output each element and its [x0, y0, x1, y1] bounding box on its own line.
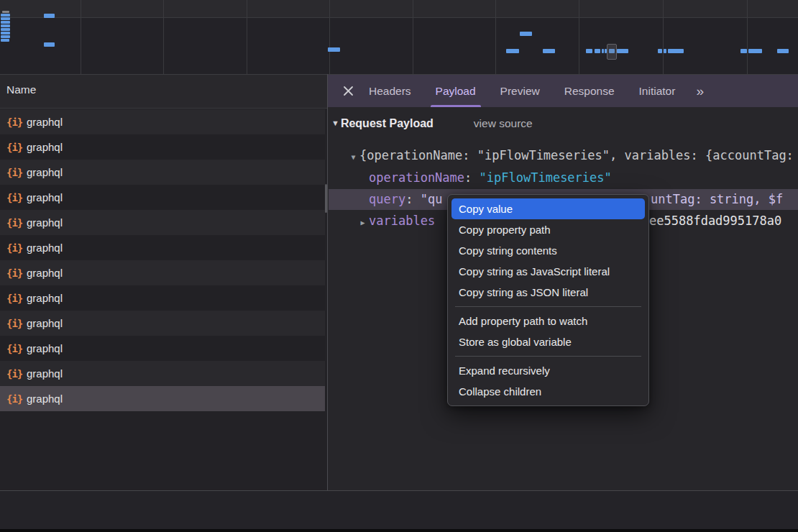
name-column-header[interactable]: Name	[0, 75, 327, 109]
menu-separator	[455, 306, 641, 307]
request-row[interactable]: {i}graphql	[0, 260, 325, 285]
request-row[interactable]: {i}graphql	[0, 285, 325, 311]
object-collapse-icon[interactable]: ▼	[347, 147, 359, 166]
close-icon[interactable]	[341, 84, 355, 98]
menu-item-copy-property-path[interactable]: Copy property path	[451, 219, 645, 240]
section-title: Request Payload	[341, 117, 434, 129]
name-column-label: Name	[6, 83, 36, 96]
tab-label: Payload	[436, 85, 476, 98]
request-rows: {i}graphql{i}graphql{i}graphql{i}graphql…	[0, 109, 325, 411]
menu-item-copy-string-contents[interactable]: Copy string contents	[451, 240, 645, 261]
waterfall-bar	[506, 49, 519, 53]
request-row[interactable]: {i}graphql	[0, 336, 325, 361]
waterfall-bar	[777, 49, 789, 53]
waterfall-bar	[44, 14, 55, 18]
waterfall-bar	[1, 24, 10, 27]
tab-payload[interactable]: Payload	[425, 75, 487, 107]
request-name: graphql	[27, 242, 63, 254]
menu-item-copy-string-as-json-literal[interactable]: Copy string as JSON literal	[451, 282, 645, 303]
request-name: graphql	[27, 393, 63, 405]
detail-tabbar: HeadersPayloadPreviewResponseInitiator »	[328, 75, 798, 107]
menu-item-add-property-path-to-watch[interactable]: Add property path to watch	[451, 311, 645, 331]
key-colon: :	[464, 170, 479, 185]
request-name: graphql	[27, 342, 63, 354]
waterfall-bar	[602, 49, 604, 53]
request-name: graphql	[27, 141, 63, 153]
tab-label: Headers	[369, 85, 411, 98]
overview-gridline	[163, 0, 164, 74]
tab-initiator[interactable]: Initiator	[628, 75, 687, 107]
waterfall-bar	[668, 49, 684, 53]
tab-preview[interactable]: Preview	[490, 75, 551, 107]
menu-item-store-as-global-variable[interactable]: Store as global variable	[451, 331, 645, 352]
request-row[interactable]: {i}graphql	[0, 160, 325, 185]
json-braces-icon: {i}	[6, 192, 25, 203]
request-list-panel: Name {i}graphql{i}graphql{i}graphql{i}gr…	[0, 75, 327, 490]
waterfall-bar	[617, 49, 628, 53]
network-overview-timeline[interactable]	[0, 0, 798, 75]
request-row[interactable]: {i}graphql	[0, 386, 325, 411]
menu-item-collapse-children[interactable]: Collapse children	[451, 381, 645, 402]
context-menu: Copy valueCopy property pathCopy string …	[447, 194, 649, 406]
menu-item-copy-string-as-javascript-literal[interactable]: Copy string as JavaScript literal	[451, 261, 645, 282]
tab-headers[interactable]: Headers	[358, 75, 422, 107]
waterfall-bar	[595, 49, 600, 53]
waterfall-bar	[1, 32, 10, 35]
request-name: graphql	[27, 292, 63, 304]
detail-tabs: HeadersPayloadPreviewResponseInitiator	[355, 75, 686, 107]
waterfall-bar	[1, 39, 9, 42]
waterfall-bar	[44, 42, 55, 47]
request-name: graphql	[27, 116, 63, 128]
menu-item-expand-recursively[interactable]: Expand recursively	[451, 360, 645, 381]
payload-row-operationName[interactable]: operationName: "ipFlowTimeseries"	[328, 168, 798, 188]
json-braces-icon: {i}	[6, 343, 25, 354]
overview-gridline	[579, 0, 579, 74]
request-row[interactable]: {i}graphql	[0, 361, 325, 386]
json-braces-icon: {i}	[6, 167, 25, 178]
request-row[interactable]: {i}graphql	[0, 235, 325, 260]
overview-gridline	[663, 0, 664, 74]
overview-gridline	[413, 0, 413, 74]
menu-item-copy-value[interactable]: Copy value	[451, 198, 645, 219]
overview-top-band	[0, 0, 798, 18]
request-row[interactable]: {i}graphql	[0, 109, 325, 134]
view-source-link[interactable]: view source	[474, 117, 533, 129]
json-braces-icon: {i}	[6, 267, 25, 279]
overview-gridline	[247, 0, 247, 74]
request-row[interactable]: {i}graphql	[0, 134, 325, 160]
variables-expand-icon[interactable]: ▶	[357, 212, 369, 231]
request-row[interactable]: {i}graphql	[0, 311, 325, 336]
tab-label: Initiator	[639, 85, 676, 98]
json-braces-icon: {i}	[6, 293, 25, 304]
request-name: graphql	[27, 267, 63, 279]
waterfall-bar	[748, 49, 762, 53]
json-braces-icon: {i}	[6, 393, 25, 405]
json-braces-icon: {i}	[6, 318, 25, 329]
overview-gridline	[329, 0, 330, 74]
request-name: graphql	[27, 191, 63, 203]
waterfall-bar	[520, 32, 532, 36]
waterfall-bar	[586, 49, 592, 53]
waterfall-bar	[543, 49, 555, 53]
request-row[interactable]: {i}graphql	[0, 210, 325, 235]
json-braces-icon: {i}	[6, 116, 25, 128]
window-bottom-edge	[0, 529, 798, 532]
request-row[interactable]: {i}graphql	[0, 185, 325, 210]
waterfall-bar	[328, 47, 340, 52]
json-braces-icon: {i}	[6, 368, 25, 380]
waterfall-bar	[2, 11, 9, 13]
waterfall-bar	[1, 14, 10, 17]
request-payload-section-header[interactable]: ▼Request Payloadview source	[328, 117, 798, 134]
more-tabs-icon[interactable]: »	[690, 83, 708, 99]
waterfall-bar	[1, 21, 10, 24]
section-collapse-icon[interactable]: ▼	[331, 119, 339, 127]
json-braces-icon: {i}	[6, 142, 25, 153]
waterfall-bar	[1, 35, 10, 38]
overview-gridline	[747, 0, 748, 74]
property-value: "ipFlowTimeseries"	[480, 170, 612, 185]
tab-response[interactable]: Response	[554, 75, 625, 107]
tab-label: Preview	[500, 85, 540, 98]
waterfall-bar	[740, 49, 747, 53]
payload-root-row[interactable]: ▼{operationName: "ipFlowTimeseries", var…	[328, 145, 798, 166]
property-key: operationName	[369, 170, 464, 185]
